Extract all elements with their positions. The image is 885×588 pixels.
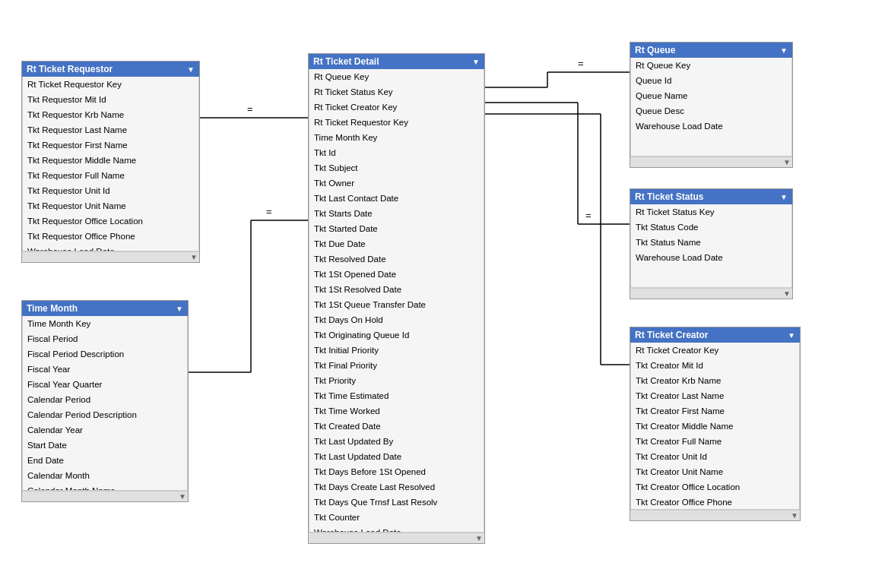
field-queue-name[interactable]: Queue Name <box>631 88 791 103</box>
field-detail-warehouse-load-date[interactable]: Warehouse Load Date <box>309 525 484 533</box>
field-tkt-resolved-date[interactable]: Tkt Resolved Date <box>309 251 484 267</box>
field-queue-id[interactable]: Queue Id <box>631 73 791 88</box>
field-tkt-1st-opened-date[interactable]: Tkt 1St Opened Date <box>309 267 484 282</box>
field-status-warehouse-load-date[interactable]: Warehouse Load Date <box>631 250 791 265</box>
field-tkt-id[interactable]: Tkt Id <box>309 145 484 160</box>
field-queue-desc[interactable]: Queue Desc <box>631 103 791 119</box>
field-fiscal-year-quarter[interactable]: Fiscal Year Quarter <box>23 377 187 392</box>
field-calendar-month[interactable]: Calendar Month <box>23 468 187 483</box>
field-tkt-creator-krb-name[interactable]: Tkt Creator Krb Name <box>631 373 799 388</box>
field-tkt-last-contact-date[interactable]: Tkt Last Contact Date <box>309 191 484 206</box>
table-header-rt-ticket-requestor[interactable]: Rt Ticket Requestor ▼ <box>22 62 199 77</box>
table-header-time-month[interactable]: Time Month ▼ <box>22 301 188 316</box>
field-tkt-counter[interactable]: Tkt Counter <box>309 510 484 525</box>
field-tkt-creator-mit-id[interactable]: Tkt Creator Mit Id <box>631 358 799 373</box>
field-tkt-creator-last-name[interactable]: Tkt Creator Last Name <box>631 388 799 403</box>
field-rt-ticket-creator-key[interactable]: Rt Ticket Creator Key <box>631 343 799 358</box>
field-rt-requestor-warehouse-load-date[interactable]: Warehouse Load Date <box>23 244 198 251</box>
field-rt-queue-key-queue[interactable]: Rt Queue Key <box>631 58 791 73</box>
field-tkt-creator-unit-id[interactable]: Tkt Creator Unit Id <box>631 449 799 464</box>
field-tkt-days-on-hold[interactable]: Tkt Days On Hold <box>309 312 484 327</box>
field-tkt-1st-resolved-date[interactable]: Tkt 1St Resolved Date <box>309 282 484 297</box>
field-tkt-creator-middle-name[interactable]: Tkt Creator Middle Name <box>631 419 799 434</box>
field-tkt-requestor-unit-id[interactable]: Tkt Requestor Unit Id <box>23 183 198 198</box>
table-body-rt-ticket-detail[interactable]: Rt Queue Key Rt Ticket Status Key Rt Tic… <box>309 69 484 533</box>
svg-text:=: = <box>585 210 592 221</box>
field-tkt-status-code[interactable]: Tkt Status Code <box>631 220 791 235</box>
field-tkt-requestor-mit-id[interactable]: Tkt Requestor Mit Id <box>23 92 198 107</box>
field-tkt-creator-office-location[interactable]: Tkt Creator Office Location <box>631 479 799 495</box>
svg-text:=: = <box>578 58 584 69</box>
field-tkt-1st-queue-transfer-date[interactable]: Tkt 1St Queue Transfer Date <box>309 297 484 312</box>
field-tkt-status-name[interactable]: Tkt Status Name <box>631 235 791 250</box>
field-tkt-days-que-trnsf-last-resolv[interactable]: Tkt Days Que Trnsf Last Resolv <box>309 495 484 510</box>
field-rt-ticket-creator-key[interactable]: Rt Ticket Creator Key <box>309 100 484 115</box>
table-header-rt-queue[interactable]: Rt Queue ▼ <box>630 43 792 58</box>
field-tkt-created-date[interactable]: Tkt Created Date <box>309 419 484 434</box>
field-rt-ticket-status-key[interactable]: Rt Ticket Status Key <box>309 84 484 100</box>
table-header-rt-ticket-detail[interactable]: Rt Ticket Detail ▼ <box>309 54 484 69</box>
field-tkt-subject[interactable]: Tkt Subject <box>309 160 484 175</box>
field-end-date[interactable]: End Date <box>23 453 187 468</box>
field-tkt-time-worked[interactable]: Tkt Time Worked <box>309 403 484 419</box>
field-tkt-requestor-office-location[interactable]: Tkt Requestor Office Location <box>23 213 198 229</box>
field-rt-ticket-status-key-status[interactable]: Rt Ticket Status Key <box>631 204 791 220</box>
field-rt-ticket-requestor-key[interactable]: Rt Ticket Requestor Key <box>23 77 198 92</box>
table-body-rt-queue[interactable]: Rt Queue Key Queue Id Queue Name Queue D… <box>630 58 792 156</box>
field-fiscal-period-description[interactable]: Fiscal Period Description <box>23 346 187 362</box>
dropdown-arrow-rt-ticket-creator[interactable]: ▼ <box>788 331 795 340</box>
table-title-rt-ticket-requestor: Rt Ticket Requestor <box>27 64 113 74</box>
table-body-time-month[interactable]: Time Month Key Fiscal Period Fiscal Peri… <box>22 316 188 491</box>
field-tkt-creator-full-name[interactable]: Tkt Creator Full Name <box>631 434 799 449</box>
field-time-month-key[interactable]: Time Month Key <box>23 316 187 331</box>
field-tkt-started-date[interactable]: Tkt Started Date <box>309 221 484 236</box>
table-rt-ticket-status: Rt Ticket Status ▼ Rt Ticket Status Key … <box>630 188 793 299</box>
field-calendar-period[interactable]: Calendar Period <box>23 392 187 407</box>
dropdown-arrow-rt-queue[interactable]: ▼ <box>780 46 788 55</box>
scroll-hint-status: ▼ <box>630 288 792 299</box>
field-tkt-last-updated-by[interactable]: Tkt Last Updated By <box>309 434 484 449</box>
field-tkt-final-priority[interactable]: Tkt Final Priority <box>309 358 484 373</box>
field-calendar-period-description[interactable]: Calendar Period Description <box>23 407 187 422</box>
field-tkt-creator-unit-name[interactable]: Tkt Creator Unit Name <box>631 464 799 479</box>
table-body-rt-ticket-status[interactable]: Rt Ticket Status Key Tkt Status Code Tkt… <box>630 204 792 288</box>
field-tkt-creator-office-phone[interactable]: Tkt Creator Office Phone <box>631 495 799 510</box>
field-tkt-owner[interactable]: Tkt Owner <box>309 175 484 191</box>
table-body-rt-ticket-creator[interactable]: Rt Ticket Creator Key Tkt Creator Mit Id… <box>630 343 800 510</box>
field-tkt-requestor-krb-name[interactable]: Tkt Requestor Krb Name <box>23 107 198 122</box>
field-fiscal-period[interactable]: Fiscal Period <box>23 331 187 346</box>
field-tkt-requestor-middle-name[interactable]: Tkt Requestor Middle Name <box>23 153 198 168</box>
field-tkt-initial-priority[interactable]: Tkt Initial Priority <box>309 343 484 358</box>
field-start-date[interactable]: Start Date <box>23 438 187 453</box>
field-fiscal-year[interactable]: Fiscal Year <box>23 362 187 377</box>
table-body-rt-ticket-requestor[interactable]: Rt Ticket Requestor Key Tkt Requestor Mi… <box>22 77 199 251</box>
field-rt-ticket-requestor-key[interactable]: Rt Ticket Requestor Key <box>309 115 484 130</box>
field-tkt-time-estimated[interactable]: Tkt Time Estimated <box>309 388 484 403</box>
field-queue-warehouse-load-date[interactable]: Warehouse Load Date <box>631 119 791 134</box>
field-detail-time-month-key[interactable]: Time Month Key <box>309 130 484 145</box>
dropdown-arrow-rt-ticket-status[interactable]: ▼ <box>780 193 788 201</box>
dropdown-arrow-rt-ticket-detail[interactable]: ▼ <box>472 58 480 66</box>
scroll-hint-queue: ▼ <box>630 156 792 167</box>
field-tkt-originating-queue-id[interactable]: Tkt Originating Queue Id <box>309 327 484 343</box>
field-tkt-days-before-1st-opened[interactable]: Tkt Days Before 1St Opened <box>309 464 484 479</box>
dropdown-arrow-time-month[interactable]: ▼ <box>176 305 183 313</box>
table-header-rt-ticket-creator[interactable]: Rt Ticket Creator ▼ <box>630 327 800 343</box>
field-tkt-priority[interactable]: Tkt Priority <box>309 373 484 388</box>
scroll-hint-time-month: ▼ <box>22 491 188 501</box>
field-tkt-requestor-office-phone[interactable]: Tkt Requestor Office Phone <box>23 229 198 244</box>
field-tkt-requestor-first-name[interactable]: Tkt Requestor First Name <box>23 138 198 153</box>
field-rt-queue-key[interactable]: Rt Queue Key <box>309 69 484 84</box>
field-tkt-requestor-unit-name[interactable]: Tkt Requestor Unit Name <box>23 198 198 213</box>
dropdown-arrow-rt-ticket-requestor[interactable]: ▼ <box>187 65 195 74</box>
field-tkt-days-create-last-resolved[interactable]: Tkt Days Create Last Resolved <box>309 479 484 495</box>
field-tkt-last-updated-date[interactable]: Tkt Last Updated Date <box>309 449 484 464</box>
field-tkt-starts-date[interactable]: Tkt Starts Date <box>309 206 484 221</box>
field-calendar-month-name[interactable]: Calendar Month Name <box>23 483 187 491</box>
field-tkt-creator-first-name[interactable]: Tkt Creator First Name <box>631 403 799 419</box>
field-calendar-year[interactable]: Calendar Year <box>23 422 187 438</box>
table-header-rt-ticket-status[interactable]: Rt Ticket Status ▼ <box>630 189 792 204</box>
field-tkt-requestor-last-name[interactable]: Tkt Requestor Last Name <box>23 122 198 138</box>
field-tkt-requestor-full-name[interactable]: Tkt Requestor Full Name <box>23 168 198 183</box>
field-tkt-due-date[interactable]: Tkt Due Date <box>309 236 484 251</box>
